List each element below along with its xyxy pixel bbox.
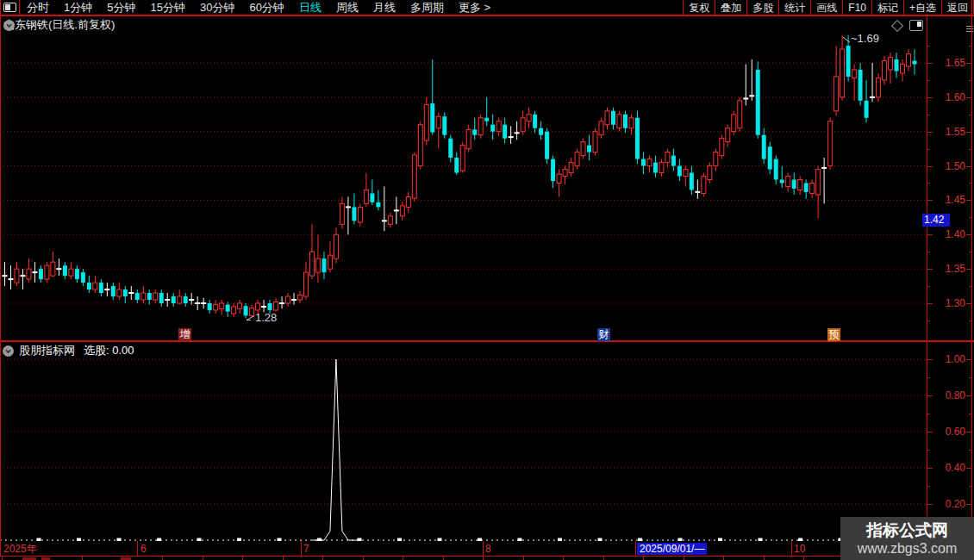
menu-item-分时[interactable]: 分时 bbox=[27, 0, 49, 16]
bottom-border bbox=[0, 556, 974, 557]
diamond-icon[interactable] bbox=[891, 19, 903, 31]
split-view-icon[interactable] bbox=[909, 20, 923, 31]
price-axis-label: 1.50 bbox=[931, 160, 965, 172]
top-menu-bar: 分时1分钟5分钟15分钟30分钟60分钟日线周线月线多周期更多 > 复权叠加多股… bbox=[0, 0, 974, 16]
time-axis-label: 2025年 bbox=[3, 543, 37, 555]
axis-tick bbox=[927, 303, 933, 304]
axis-minor-tick bbox=[927, 149, 930, 150]
axis-minor-tick bbox=[927, 377, 930, 378]
divider bbox=[19, 0, 20, 15]
time-axis-divider bbox=[301, 541, 302, 556]
axis-minor-tick bbox=[927, 115, 930, 115]
axis-minor-tick bbox=[927, 414, 930, 414]
price-axis-label: 1.65 bbox=[931, 57, 965, 69]
indicator-source-label: 股朋指标网 bbox=[19, 343, 75, 358]
bottom-tick bbox=[603, 557, 604, 560]
bottom-tick bbox=[523, 557, 524, 560]
time-axis-divider bbox=[137, 541, 138, 556]
menu-item-60分钟[interactable]: 60分钟 bbox=[249, 0, 284, 16]
axis-minor-tick bbox=[927, 183, 930, 184]
toolbar-item-复权[interactable]: 复权 bbox=[683, 0, 715, 15]
toolbar-item-叠加[interactable]: 叠加 bbox=[715, 0, 746, 15]
menu-item-月线[interactable]: 月线 bbox=[373, 0, 396, 16]
axis-tick bbox=[927, 132, 933, 133]
time-axis-divider bbox=[791, 541, 792, 556]
bottom-tick bbox=[764, 557, 765, 560]
watermark: 指标公式网 www.zbgs3.com bbox=[840, 517, 974, 560]
time-axis-label: 2025/09/01/— bbox=[637, 543, 707, 555]
axis-minor-tick bbox=[927, 80, 930, 81]
time-axis-label: 7 bbox=[303, 543, 309, 555]
menu-item-多周期[interactable]: 多周期 bbox=[410, 0, 444, 16]
time-axis-label: 6 bbox=[140, 543, 147, 555]
toolbar-item-+自选[interactable]: +自选 bbox=[903, 0, 941, 15]
time-axis-divider bbox=[635, 541, 636, 556]
watermark-title: 指标公式网 bbox=[866, 520, 948, 540]
axis-tick bbox=[927, 234, 933, 235]
event-marker-财[interactable]: 财 bbox=[597, 328, 610, 341]
axis-tick bbox=[927, 468, 933, 469]
chart-title: 山东钢铁(日线.前复权) bbox=[3, 17, 115, 33]
axis-tick bbox=[927, 504, 933, 505]
menu-item-1分钟[interactable]: 1分钟 bbox=[64, 0, 92, 16]
bottom-tick bbox=[684, 557, 684, 560]
split-window-icon[interactable] bbox=[3, 3, 16, 12]
menu-item-日线[interactable]: 日线 bbox=[299, 0, 322, 16]
toolbar-item-统计[interactable]: 统计 bbox=[778, 0, 810, 15]
menu-item-更多 >[interactable]: 更多 > bbox=[459, 0, 490, 16]
axis-minor-tick bbox=[927, 46, 930, 47]
bottom-tick bbox=[443, 557, 444, 560]
event-marker-预[interactable]: 预 bbox=[827, 328, 840, 341]
axis-minor-tick bbox=[927, 286, 930, 287]
indicator-axis-label: 0.20 bbox=[931, 498, 965, 510]
bottom-tick bbox=[803, 557, 804, 560]
toolbar-menu: 复权叠加多股统计画线F10标记+自选返回 bbox=[683, 0, 974, 15]
low-annotation: 1.28 bbox=[255, 311, 277, 324]
indicator-value-label: 选股: 0.00 bbox=[84, 343, 134, 358]
indicator-axis-label: 1.00 bbox=[931, 353, 965, 365]
toolbar-item-多股[interactable]: 多股 bbox=[746, 0, 778, 15]
menu-item-30分钟[interactable]: 30分钟 bbox=[200, 0, 234, 16]
bottom-tick bbox=[322, 557, 323, 560]
bottom-tick bbox=[363, 557, 364, 560]
axis-tick bbox=[927, 395, 933, 396]
toolbar-item-标记[interactable]: 标记 bbox=[871, 0, 903, 15]
menu-item-5分钟[interactable]: 5分钟 bbox=[107, 0, 135, 16]
left-border bbox=[0, 16, 1, 557]
axis-tick bbox=[927, 269, 933, 270]
period-menu: 分时1分钟5分钟15分钟30分钟60分钟日线周线月线多周期更多 > bbox=[27, 0, 683, 16]
menu-item-15分钟[interactable]: 15分钟 bbox=[150, 0, 184, 16]
price-axis-label: 1.35 bbox=[931, 263, 965, 275]
bottom-tick bbox=[203, 557, 203, 560]
price-axis-label: 1.40 bbox=[931, 228, 965, 240]
time-axis-divider bbox=[483, 541, 484, 556]
axis-minor-tick bbox=[927, 450, 930, 451]
bottom-tick bbox=[483, 557, 484, 560]
axis-tick bbox=[927, 432, 933, 432]
trading-terminal: 分时1分钟5分钟15分钟30分钟60分钟日线周线月线多周期更多 > 复权叠加多股… bbox=[0, 0, 974, 560]
time-axis: 2025年6782025/09/01/—10 bbox=[0, 541, 974, 556]
price-axis-label: 1.45 bbox=[931, 194, 965, 206]
axis-tick bbox=[927, 166, 933, 167]
candlestick-chart[interactable] bbox=[0, 16, 927, 341]
bottom-tick bbox=[723, 557, 724, 560]
watermark-url: www.zbgs3.com bbox=[858, 540, 958, 557]
indicator-chart[interactable] bbox=[0, 341, 927, 541]
bottom-tick bbox=[563, 557, 564, 560]
axis-tick bbox=[927, 63, 933, 64]
toolbar-item-返回[interactable]: 返回 bbox=[941, 0, 974, 15]
toolbar-item-画线[interactable]: 画线 bbox=[810, 0, 842, 15]
event-marker-增[interactable]: 增 bbox=[178, 328, 191, 341]
divider bbox=[0, 0, 1, 15]
bottom-tick bbox=[2, 557, 3, 560]
price-axis-label: 1.30 bbox=[931, 297, 965, 309]
chevron-down-icon[interactable] bbox=[119, 20, 130, 31]
axis-minor-tick bbox=[927, 252, 930, 252]
chevron-down-icon[interactable] bbox=[3, 345, 14, 357]
time-axis-label: 10 bbox=[794, 543, 805, 555]
indicator-axis-label: 0.60 bbox=[931, 426, 965, 438]
right-border bbox=[971, 0, 972, 560]
axis-tick bbox=[927, 359, 933, 360]
menu-item-周线[interactable]: 周线 bbox=[336, 0, 359, 16]
toolbar-item-F10[interactable]: F10 bbox=[842, 0, 871, 15]
